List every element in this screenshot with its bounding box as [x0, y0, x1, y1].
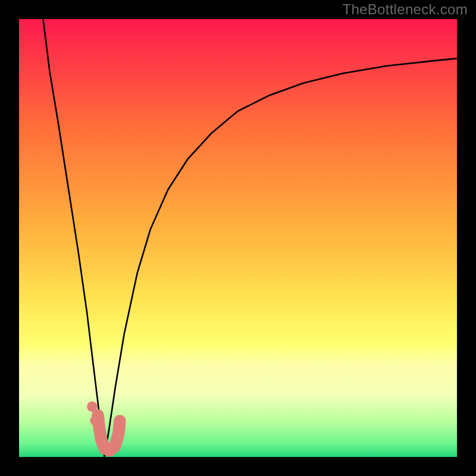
plot-area: [19, 19, 457, 457]
marker-dot-0: [87, 402, 98, 412]
chart-stage: TheBottleneck.com: [0, 0, 476, 476]
watermark-label: TheBottleneck.com: [342, 1, 468, 18]
chart-svg: [0, 0, 476, 476]
marker-dot-1: [90, 415, 101, 426]
